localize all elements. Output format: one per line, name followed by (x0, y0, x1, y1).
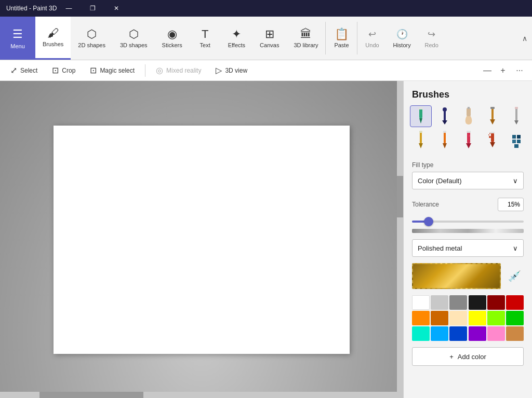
color-preview-box[interactable] (412, 263, 501, 289)
color-swatch-orange[interactable] (412, 311, 430, 325)
chevron-up-icon: ∧ (522, 34, 527, 43)
brushes-icon: 🖌 (47, 28, 59, 39)
add-color-label: Add color (458, 353, 486, 361)
history-button[interactable]: 🕐 History (387, 25, 417, 51)
undo-label: Undo (365, 42, 379, 48)
color-swatch-peach[interactable] (449, 311, 467, 325)
mixed-reality-icon: ◎ (156, 65, 163, 75)
color-swatch-black[interactable] (469, 295, 486, 310)
panel-title: Brushes (404, 81, 532, 105)
brushes-tab[interactable]: 🖌 Brushes (35, 17, 71, 60)
color-swatch-darkred[interactable] (487, 295, 505, 310)
color-swatch-brown[interactable] (431, 311, 448, 325)
canvas-tab[interactable]: ⊞ Canvas (252, 17, 286, 60)
redo-button[interactable]: ↪ Redo (417, 25, 446, 51)
color-preview-row: 💉 (404, 261, 532, 293)
magic-select-tool[interactable]: ⊡ Magic select (84, 62, 141, 79)
color-swatch-purple[interactable] (469, 326, 486, 341)
color-swatch-white[interactable] (412, 295, 430, 310)
shapes-2d-tab[interactable]: ⬡ 2D shapes (71, 17, 113, 60)
fill-type-dropdown[interactable]: Color (Default) ∨ (412, 172, 524, 189)
crop-tool[interactable]: ⊡ Crop (46, 62, 82, 79)
brush-pencil[interactable] (506, 105, 527, 127)
svg-point-27 (489, 133, 490, 134)
tolerance-row: Tolerance 15% (404, 194, 532, 213)
sub-toolbar: ⤢ Select ⊡ Crop ⊡ Magic select ◎ Mixed r… (0, 60, 532, 81)
zoom-controls: — + ··· (480, 62, 528, 79)
more-options-button[interactable]: ··· (511, 62, 528, 79)
undo-area: ↩ Undo 🕐 History ↪ Redo (357, 17, 446, 60)
brush-pencil3[interactable] (434, 129, 456, 151)
brush-watercolor[interactable] (482, 105, 503, 127)
svg-rect-32 (517, 135, 521, 139)
brush-mosaic[interactable] (506, 129, 527, 151)
crop-icon: ⊡ (52, 65, 59, 75)
library-tab[interactable]: 🏛 3D library (286, 17, 325, 60)
effects-icon: ✦ (232, 29, 241, 40)
svg-marker-15 (419, 143, 423, 148)
titlebar: Untitled - Paint 3D — ❐ ✕ (0, 0, 532, 17)
svg-rect-33 (512, 140, 516, 143)
color-swatch-yellow[interactable] (469, 311, 486, 325)
add-color-button[interactable]: + Add color (412, 347, 524, 366)
close-button[interactable]: ✕ (104, 0, 128, 17)
mixed-reality-label: Mixed reality (166, 67, 201, 74)
color-swatch-teal[interactable] (412, 326, 430, 341)
text-tab[interactable]: T Text (190, 17, 221, 60)
menu-button[interactable]: ☰ Menu (0, 17, 35, 60)
color-swatch-red[interactable] (506, 295, 524, 310)
svg-rect-22 (467, 131, 471, 133)
brush-calligraphy[interactable] (434, 105, 456, 127)
color-swatch-tan[interactable] (506, 326, 524, 341)
undo-icon: ↩ (368, 29, 376, 40)
vertical-scrollbar-thumb[interactable] (397, 176, 403, 217)
horizontal-scrollbar-thumb[interactable] (39, 392, 143, 398)
svg-rect-2 (418, 107, 423, 109)
eyedropper-button[interactable]: 💉 (505, 267, 524, 285)
brush-grid (404, 105, 532, 157)
effects-tab[interactable]: ✦ Effects (221, 17, 252, 60)
zoom-out-button[interactable]: — (480, 63, 495, 78)
undo-button[interactable]: ↩ Undo (357, 25, 387, 51)
menu-icon: ☰ (12, 28, 23, 41)
brush-oil[interactable] (458, 105, 480, 127)
vertical-scrollbar[interactable] (397, 81, 403, 398)
chevron-up-button[interactable]: ∧ (517, 17, 532, 60)
tolerance-input[interactable]: 15% (498, 198, 524, 211)
color-swatch-blue[interactable] (449, 326, 467, 341)
slider-thumb[interactable] (424, 217, 433, 226)
brush-pencil2[interactable] (410, 129, 432, 151)
zoom-in-button[interactable]: + (496, 63, 510, 78)
color-swatch-lime[interactable] (487, 311, 505, 325)
paste-button[interactable]: 📋 Paste (326, 17, 357, 60)
color-swatch-gray[interactable] (449, 295, 467, 310)
color-swatch-skyblue[interactable] (431, 326, 448, 341)
tolerance-slider-track[interactable] (412, 221, 524, 223)
svg-marker-5 (442, 120, 447, 125)
tolerance-label: Tolerance (412, 201, 439, 208)
svg-marker-1 (419, 118, 422, 123)
brush-marker[interactable] (410, 105, 432, 127)
color-swatch-pink[interactable] (487, 326, 505, 341)
fill-type-value: Color (Default) (418, 177, 462, 185)
drawing-canvas[interactable] (54, 126, 350, 354)
minimize-button[interactable]: — (57, 0, 81, 17)
shapes-3d-tab[interactable]: ⬡ 3D shapes (113, 17, 155, 60)
brush-crayon[interactable] (458, 129, 480, 151)
material-dropdown[interactable]: Polished metal ∨ (412, 239, 524, 257)
canvas-icon: ⊞ (265, 29, 274, 40)
maximize-button[interactable]: ❐ (81, 0, 104, 17)
canvas-area[interactable] (0, 81, 403, 398)
brush-spray[interactable] (482, 129, 503, 151)
select-label: Select (20, 67, 37, 74)
color-swatch-green[interactable] (506, 311, 524, 325)
stickers-tab[interactable]: ◉ Stickers (155, 17, 190, 60)
color-swatch-lightgray[interactable] (431, 295, 448, 310)
horizontal-scrollbar[interactable] (0, 392, 397, 398)
material-section: Polished metal ∨ (412, 239, 524, 257)
svg-marker-12 (514, 120, 518, 125)
view-3d-tool[interactable]: ▷ 3D view (209, 62, 254, 79)
select-tool[interactable]: ⤢ Select (4, 62, 44, 79)
svg-marker-29 (490, 142, 495, 147)
zoom-out-icon: — (483, 66, 491, 75)
